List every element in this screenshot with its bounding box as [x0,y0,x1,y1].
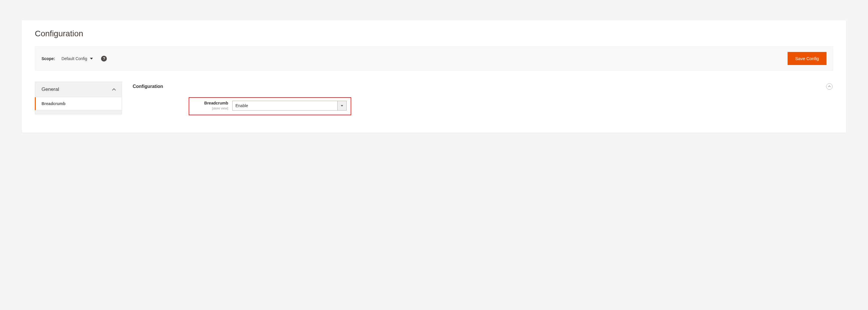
sidebar: General Breadcrumb [35,82,122,115]
field-label: Breadcrumb [193,101,228,105]
sidebar-section-label: General [41,87,59,92]
field-highlight-box: Breadcrumb [store view] [189,97,351,115]
sidebar-section-general[interactable]: General [35,82,122,97]
scope-label: Scope: [41,56,55,61]
caret-down-icon [90,58,93,60]
scope-left: Scope: Default Config ? [41,56,107,62]
content-row: General Breadcrumb Configuration Breadcr… [35,82,833,115]
chevron-up-icon [828,86,831,88]
help-icon[interactable]: ? [101,56,107,62]
breadcrumb-select[interactable] [232,101,347,111]
main-area: Configuration Breadcrumb [store view] [132,82,833,115]
scope-select[interactable]: Default Config [62,56,93,61]
save-config-button[interactable]: Save Config [787,52,827,65]
group-header[interactable]: Configuration [132,82,833,97]
field-scope-note: [store view] [212,106,228,110]
sidebar-item-breadcrumb[interactable]: Breadcrumb [35,97,122,110]
config-panel: Configuration Scope: Default Config ? Sa… [22,20,846,133]
breadcrumb-select-wrap [232,101,347,111]
sidebar-spacer [35,110,122,114]
page-title: Configuration [35,29,833,38]
field-label-wrap: Breadcrumb [store view] [193,101,228,111]
chevron-up-icon [112,88,116,92]
group-title: Configuration [133,84,163,89]
scope-selected-value: Default Config [62,56,87,61]
collapse-toggle[interactable] [826,83,833,90]
scope-bar: Scope: Default Config ? Save Config [35,46,833,70]
